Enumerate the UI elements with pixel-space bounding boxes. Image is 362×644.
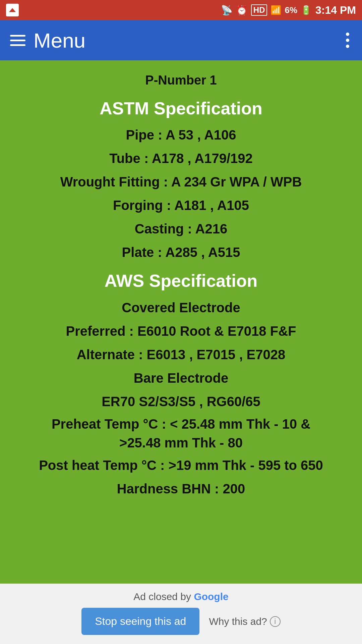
battery-level: 6% xyxy=(285,5,297,15)
bare-electrode-label: Bare Electrode xyxy=(7,368,355,388)
why-ad-label: Why this ad? xyxy=(209,616,267,627)
preheat-temp-spec: Preheat Temp °C : < 25.48 mm Thk - 10 & … xyxy=(7,415,355,452)
more-options-button[interactable] xyxy=(343,30,352,51)
aws-spec-header: AWS Specification xyxy=(7,267,355,294)
cast-icon: 📡 xyxy=(221,5,233,16)
alternate-spec: Alternate : E6013 , E7015 , E7028 xyxy=(7,344,355,365)
spec-content: P-Number 1 ASTM Specification Pipe : A 5… xyxy=(7,70,355,499)
why-ad-link[interactable]: Why this ad? i xyxy=(209,616,280,627)
wrought-fitting-spec: Wrought Fitting : A 234 Gr WPA / WPB xyxy=(7,171,355,192)
covered-electrode-label: Covered Electrode xyxy=(7,297,355,318)
ad-actions: Stop seeing this ad Why this ad? i xyxy=(81,608,281,635)
top-nav-bar: Menu xyxy=(0,20,362,60)
p-number: P-Number 1 xyxy=(7,70,355,90)
hd-badge: HD xyxy=(251,4,267,16)
stop-seeing-ad-button[interactable]: Stop seeing this ad xyxy=(81,608,199,635)
bare-electrode-value: ER70 S2/S3/S5 , RG60/65 xyxy=(7,391,355,412)
status-icons: 📡 ⏰ HD 📶 6% 🔋 xyxy=(221,4,311,16)
app-icon xyxy=(6,4,19,16)
status-bar-left xyxy=(6,4,19,16)
battery-icon: 🔋 xyxy=(301,5,311,15)
ad-banner: Ad closed by Google Stop seeing this ad … xyxy=(0,584,362,644)
main-content: P-Number 1 ASTM Specification Pipe : A 5… xyxy=(0,60,362,584)
status-bar: 📡 ⏰ HD 📶 6% 🔋 3:14 PM xyxy=(0,0,362,20)
clock: 3:14 PM xyxy=(315,4,356,16)
alarm-icon: ⏰ xyxy=(236,5,248,16)
status-bar-right: 📡 ⏰ HD 📶 6% 🔋 3:14 PM xyxy=(221,4,356,16)
casting-spec: Casting : A216 xyxy=(7,218,355,239)
signal-icon: 📶 xyxy=(270,5,281,15)
plate-spec: Plate : A285 , A515 xyxy=(7,242,355,263)
info-icon: i xyxy=(270,616,281,627)
forging-spec: Forging : A181 , A105 xyxy=(7,195,355,216)
preferred-spec: Preferred : E6010 Root & E7018 F&F xyxy=(7,321,355,341)
hamburger-menu-button[interactable] xyxy=(10,35,25,46)
ad-closed-text: Ad closed by Google xyxy=(133,591,228,602)
astm-spec-header: ASTM Specification xyxy=(7,95,355,122)
page-title: Menu xyxy=(34,29,85,52)
google-brand: Google xyxy=(194,591,228,602)
top-bar-left: Menu xyxy=(10,29,85,52)
post-heat-temp-spec: Post heat Temp °C : >19 mm Thk - 595 to … xyxy=(7,455,355,476)
hardness-spec: Hardness BHN : 200 xyxy=(7,478,355,499)
ad-closed-by-label: Ad closed by xyxy=(133,591,194,602)
tube-spec: Tube : A178 , A179/192 xyxy=(7,148,355,169)
pipe-spec: Pipe : A 53 , A106 xyxy=(7,124,355,145)
